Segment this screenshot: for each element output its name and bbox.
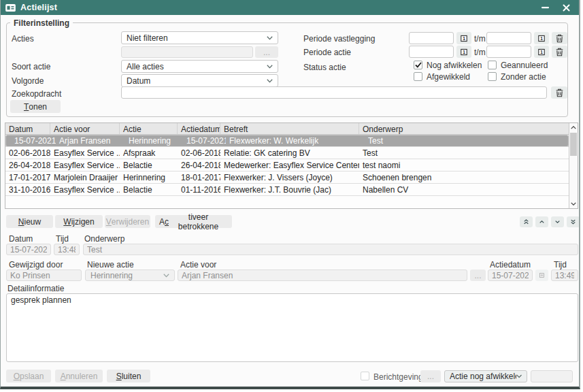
periode-actie-to-input[interactable] <box>486 46 531 58</box>
close-button[interactable] <box>558 0 574 15</box>
last-record-button[interactable] <box>567 216 580 227</box>
column-header[interactable]: Actiedatum <box>178 123 220 134</box>
soort-actie-label: Soort actie <box>12 63 50 71</box>
table-cell: Easyflex Service ... <box>50 184 120 195</box>
table-cell: 31-10-2016 <box>5 184 50 195</box>
checkbox-nog-afwikkelen[interactable] <box>414 61 422 69</box>
column-header[interactable]: Betreft <box>220 123 359 134</box>
actie-voor-input[interactable] <box>178 270 467 281</box>
scroll-up-arrow[interactable] <box>569 123 578 132</box>
datum-input[interactable] <box>6 244 51 255</box>
table-header: DatumActie voorActieActiedatumBetreftOnd… <box>5 123 569 135</box>
annuleren-button[interactable]: Annuleren <box>55 370 103 382</box>
chevron-down-icon <box>516 374 522 378</box>
table-cell: Schoenen brengen <box>359 172 569 183</box>
table-cell: Easyflex Service ... <box>50 147 120 159</box>
checkbox-afgewikkeld[interactable] <box>414 72 422 81</box>
soort-actie-select[interactable]: Alle acties <box>121 60 278 73</box>
table-cell: Marjolein Draaijer <box>50 172 120 183</box>
periode-actie-from-calendar-button[interactable]: 1 <box>456 46 471 58</box>
acties-select[interactable]: Niet filteren <box>121 31 278 44</box>
double-chevron-up-icon <box>524 218 529 225</box>
calendar-icon: 1 <box>538 48 545 56</box>
calendar-icon: 1 <box>461 34 467 43</box>
column-header[interactable]: Actie voor <box>50 123 120 134</box>
acties-sub-input[interactable] <box>121 46 253 58</box>
next-record-button[interactable] <box>551 216 564 227</box>
checkbox-geannuleerd[interactable] <box>488 61 497 69</box>
periode-vastlegging-to-calendar-button[interactable]: 1 <box>534 32 549 44</box>
activeer-betrokkene-button[interactable]: Activeer betrokkene <box>155 215 232 228</box>
column-header[interactable]: Actie <box>120 123 178 134</box>
table-cell: 15-07-2021 <box>11 136 56 146</box>
gewijzigd-door-input[interactable] <box>6 270 82 281</box>
nieuw-button[interactable]: Nieuw <box>6 215 53 228</box>
periode-actie-to-calendar-button[interactable]: 1 <box>534 46 549 58</box>
tijd-actie-label: Tijd <box>554 261 567 270</box>
trash-icon <box>556 88 563 97</box>
scroll-thumb[interactable] <box>570 133 577 156</box>
actiedatum-calendar-button[interactable] <box>535 270 548 281</box>
chevron-down-icon <box>267 36 273 40</box>
status-actie-label: Status actie <box>303 63 346 72</box>
nieuwe-actie-select[interactable]: Herinnering <box>85 270 175 281</box>
table-cell: Belactie <box>120 159 178 171</box>
tijd-input[interactable] <box>54 244 80 255</box>
calendar-icon <box>539 271 544 280</box>
onderwerp-input[interactable] <box>83 244 578 255</box>
periode-actie-from-input[interactable] <box>409 46 454 58</box>
sluiten-button[interactable]: Sluiten <box>107 370 150 382</box>
table-row[interactable]: 26-04-2018Easyflex Service ...Belactie26… <box>5 159 569 172</box>
svg-text:1: 1 <box>540 36 543 41</box>
filter-legend: Filterinstelling <box>10 18 73 28</box>
periode-actie-clear-button[interactable] <box>552 46 567 58</box>
column-header[interactable]: Datum <box>5 123 50 134</box>
table-row[interactable]: 31-10-2016Easyflex Service ...Belactie01… <box>5 184 569 196</box>
opslaan-button[interactable]: Opslaan <box>6 370 51 382</box>
chevron-down-icon <box>555 220 560 224</box>
scroll-down-arrow[interactable] <box>569 199 578 208</box>
periode-vastlegging-tm-label: t/m <box>474 35 486 44</box>
table-scrollbar[interactable] <box>569 123 578 208</box>
footer-extra-input[interactable] <box>531 370 573 382</box>
table-cell: test naomi <box>359 159 569 171</box>
first-record-button[interactable] <box>520 216 533 227</box>
check-icon <box>415 62 422 68</box>
trash-icon <box>556 34 563 43</box>
table-cell: Belactie <box>120 184 178 195</box>
actie-voor-label: Actie voor <box>180 261 216 270</box>
table-cell: Easyflex Service ... <box>50 159 120 171</box>
actie-status-select[interactable]: Actie nog afwikkeler <box>444 370 527 382</box>
berichtgeving-browse-button[interactable]: ... <box>420 370 441 382</box>
minimize-button[interactable] <box>537 0 553 15</box>
checkbox-berichtgeving[interactable] <box>361 372 369 380</box>
periode-vastlegging-from-input[interactable] <box>409 32 454 44</box>
tijd-actie-input[interactable] <box>551 270 578 281</box>
actiedatum-input[interactable] <box>488 270 533 281</box>
tonen-button[interactable]: Tonen <box>10 100 61 113</box>
chevron-up-icon <box>571 126 576 129</box>
verwijderen-button[interactable]: Verwijderen <box>105 215 150 228</box>
periode-vastlegging-from-calendar-button[interactable]: 1 <box>456 32 471 44</box>
table-row[interactable]: 17-01-2017Marjolein DraaijerHerinnering1… <box>5 172 569 184</box>
column-header[interactable]: Onderwerp <box>359 123 569 134</box>
minimize-icon <box>542 7 549 9</box>
checkbox-zonder-actie[interactable] <box>488 72 497 81</box>
zoekopdracht-clear-button[interactable] <box>551 86 567 99</box>
previous-record-button[interactable] <box>535 216 548 227</box>
table-body: 15-07-2021Arjan FransenHerinnering15-07-… <box>5 135 578 196</box>
actie-voor-browse-button[interactable]: ... <box>470 270 486 281</box>
acties-browse-button[interactable]: ... <box>255 46 278 58</box>
wijzigen-button[interactable]: Wijzigen <box>55 215 103 228</box>
table-row[interactable]: 02-06-2018Easyflex Service ...Afspraak02… <box>5 147 569 159</box>
zonder-actie-label: Zonder actie <box>501 73 546 82</box>
table-cell: 02-06-2018 <box>5 147 50 159</box>
periode-vastlegging-to-input[interactable] <box>486 32 531 44</box>
detailinformatie-textarea[interactable]: gesprek plannen <box>6 293 578 362</box>
periode-vastlegging-clear-button[interactable] <box>552 32 567 44</box>
zoekopdracht-input[interactable] <box>121 86 547 99</box>
berichtgeving-label: Berichtgeving <box>373 373 423 382</box>
volgorde-select[interactable]: Datum <box>121 74 278 87</box>
table-cell: 02-06-2018 <box>178 147 220 159</box>
table-row[interactable]: 15-07-2021Arjan FransenHerinnering15-07-… <box>5 135 569 147</box>
